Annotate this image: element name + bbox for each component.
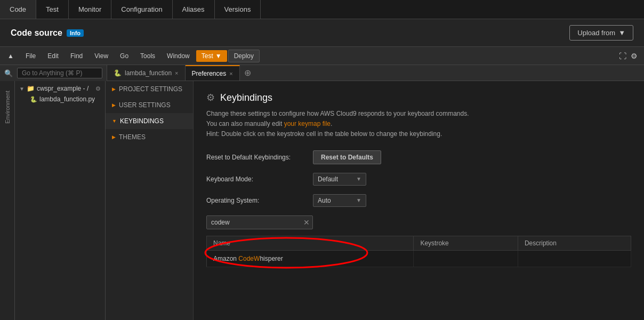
file-py-icon: 🐍 — [30, 96, 37, 103]
toolbar-window[interactable]: Window — [162, 50, 195, 62]
toolbar-edit[interactable]: Edit — [42, 50, 64, 62]
row-keystroke — [414, 250, 518, 267]
desc-line2b: . — [331, 120, 332, 127]
col-description: Description — [518, 236, 631, 250]
keybindings-content: ⚙ Keybindings Change these settings to c… — [194, 81, 644, 320]
test-dropdown-icon[interactable]: ▼ — [215, 52, 222, 60]
reset-row: Reset to Default Keybindings: Reset to D… — [206, 150, 631, 164]
tree-gear-icon[interactable]: ⚙ — [95, 85, 101, 92]
table-row[interactable]: Amazon CodeWhisperer — [207, 250, 631, 267]
reset-control: Reset to Defaults — [313, 150, 381, 164]
keyboard-mode-row: Keyboard Mode: Default ▼ — [206, 173, 631, 186]
tree-root-label: cwspr_example - / — [37, 85, 88, 92]
upload-from-button[interactable]: Upload from ▼ — [569, 25, 633, 41]
os-value: Auto — [318, 197, 331, 204]
reset-label: Reset to Default Keybindings: — [206, 154, 313, 161]
keybindings-description: Change these settings to configure how A… — [206, 109, 631, 140]
name-prefix: Amazon — [213, 255, 238, 262]
desc-hint: Hint: Double click on the keystroke cell… — [206, 130, 442, 138]
prefs-project-label: PROJECT SETTINGS — [119, 85, 182, 93]
filter-input[interactable] — [206, 215, 313, 229]
prefs-kb-chevron: ▼ — [112, 118, 117, 124]
col-keystroke: Keystroke — [414, 236, 518, 250]
upload-chevron-icon: ▼ — [618, 29, 625, 37]
tab-file-icon: 🐍 — [114, 69, 122, 77]
tree-file-item[interactable]: 🐍 lambda_function.py — [15, 94, 105, 105]
toolbar-collapse[interactable]: ▲ — [2, 50, 19, 62]
reset-defaults-button[interactable]: Reset to Defaults — [313, 150, 381, 164]
os-row: Operating System: Auto ▼ — [206, 194, 631, 207]
toolbar-file[interactable]: File — [20, 50, 41, 62]
filter-row: ✕ — [206, 215, 631, 229]
nav-monitor[interactable]: Monitor — [69, 0, 111, 19]
deploy-button[interactable]: Deploy — [228, 50, 260, 62]
search-icon: 🔍 — [4, 69, 13, 77]
environment-sidebar: Environment — [0, 81, 15, 320]
toolbar-find[interactable]: Find — [65, 50, 88, 62]
nav-test[interactable]: Test — [36, 0, 69, 19]
code-source-title: Code source Info — [11, 28, 84, 38]
keybindings-table: Name Keystroke Description Amazon CodeWh… — [206, 236, 631, 267]
desc-line1: Change these settings to configure how A… — [206, 110, 469, 117]
prefs-project-settings[interactable]: ▶ PROJECT SETTINGS — [106, 81, 193, 97]
tab-add-button[interactable]: ⊕ — [240, 68, 255, 78]
os-chevron-icon: ▼ — [356, 197, 361, 203]
tab-prefs-close[interactable]: × — [229, 70, 232, 77]
keyboard-mode-label: Keyboard Mode: — [206, 175, 313, 183]
tab-lambda-function[interactable]: 🐍 lambda_function × — [107, 65, 186, 81]
prefs-user-label: USER SETTINGS — [119, 101, 171, 109]
tree-root-chevron: ▼ — [19, 86, 25, 92]
nav-code[interactable]: Code — [0, 0, 36, 19]
ide-toolbar: ▲ File Edit Find View Go Tools Window Te… — [0, 47, 644, 65]
keybindings-gear-icon: ⚙ — [206, 92, 215, 103]
search-input[interactable] — [17, 68, 102, 78]
keymap-link[interactable]: your keymap file — [284, 120, 331, 127]
tab-lambda-label: lambda_function — [125, 69, 172, 77]
os-label: Operating System: — [206, 197, 313, 204]
tab-preferences[interactable]: Preferences × — [186, 65, 240, 81]
row-name: Amazon CodeWhisperer — [207, 250, 414, 267]
table-header-row: Name Keystroke Description — [207, 236, 631, 250]
prefs-keybindings[interactable]: ▼ KEYBINDINGS — [106, 113, 193, 129]
code-source-label: Code source — [11, 28, 62, 38]
toolbar-go[interactable]: Go — [115, 50, 134, 62]
name-suffix: hisperer — [260, 255, 283, 262]
search-bar: 🔍 — [0, 65, 107, 81]
filter-clear-icon[interactable]: ✕ — [303, 218, 310, 227]
os-select[interactable]: Auto ▼ — [313, 194, 366, 207]
tab-prefs-label: Preferences — [192, 70, 227, 77]
top-navigation: Code Test Monitor Configuration Aliases … — [0, 0, 644, 19]
prefs-user-chevron: ▶ — [112, 102, 116, 108]
test-label: Test — [202, 52, 213, 60]
row-description — [518, 250, 631, 267]
nav-versions[interactable]: Versions — [215, 0, 261, 19]
desc-line2a: You can also manually edit — [206, 120, 284, 127]
toolbar-view[interactable]: View — [89, 50, 114, 62]
settings-icon[interactable]: ⚙ — [631, 52, 638, 60]
prefs-themes[interactable]: ▶ THEMES — [106, 129, 193, 145]
filter-input-wrap: ✕ — [206, 215, 313, 229]
keyboard-mode-value: Default — [318, 175, 338, 183]
folder-icon: 📁 — [27, 85, 35, 92]
nav-aliases[interactable]: Aliases — [173, 0, 215, 19]
keyboard-mode-control: Default ▼ — [313, 173, 366, 186]
keybindings-title-row: ⚙ Keybindings — [206, 92, 631, 103]
tab-lambda-close[interactable]: × — [175, 70, 178, 76]
toolbar-tools[interactable]: Tools — [135, 50, 160, 62]
prefs-project-chevron: ▶ — [112, 86, 116, 92]
prefs-themes-label: THEMES — [119, 133, 146, 141]
toolbar-icon-group: ⛶ ⚙ — [619, 52, 642, 60]
info-badge[interactable]: Info — [67, 29, 84, 37]
tree-root-item[interactable]: ▼ 📁 cwspr_example - / ⚙ — [15, 83, 105, 94]
nav-configuration[interactable]: Configuration — [111, 0, 172, 19]
prefs-user-settings[interactable]: ▶ USER SETTINGS — [106, 97, 193, 113]
environment-label: Environment — [4, 91, 11, 124]
upload-label: Upload from — [577, 29, 615, 37]
tree-file-label: lambda_function.py — [39, 95, 95, 103]
keyboard-mode-select[interactable]: Default ▼ — [313, 173, 366, 186]
test-button[interactable]: Test ▼ — [196, 50, 227, 62]
keyboard-mode-chevron-icon: ▼ — [356, 176, 361, 182]
preferences-sidebar: ▶ PROJECT SETTINGS ▶ USER SETTINGS ▼ KEY… — [106, 81, 194, 320]
fullscreen-icon[interactable]: ⛶ — [619, 52, 626, 60]
keybindings-heading: Keybindings — [220, 92, 272, 103]
